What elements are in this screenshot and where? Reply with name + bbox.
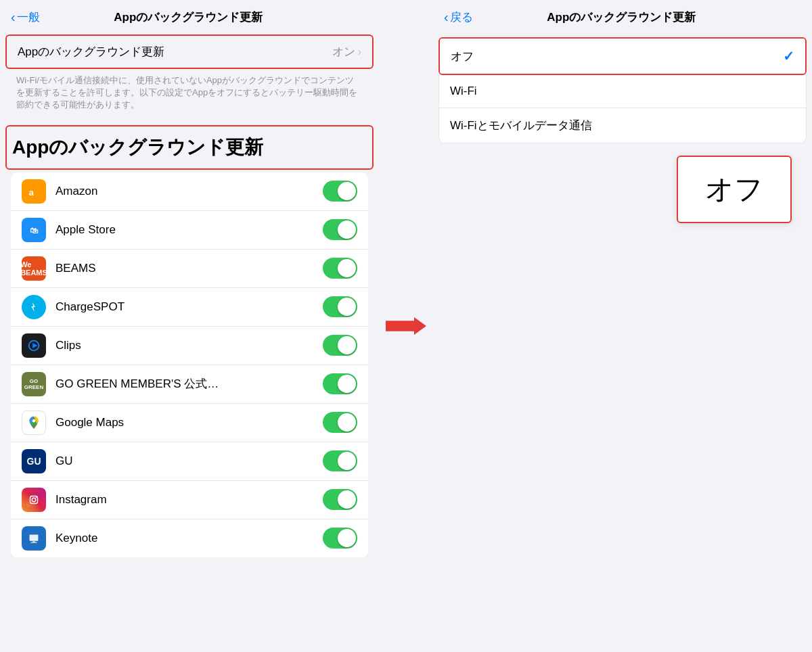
applestore-toggle[interactable] bbox=[323, 219, 357, 240]
chargespot-toggle[interactable] bbox=[323, 296, 357, 317]
gu-toggle[interactable] bbox=[323, 450, 357, 471]
right-back-label: 戻る bbox=[450, 9, 473, 25]
left-nav-bar: ‹ 一般 Appのバックグラウンド更新 bbox=[0, 0, 379, 32]
option-highlight-box: オフ ✓ bbox=[438, 37, 807, 75]
svg-rect-10 bbox=[26, 492, 41, 507]
description-text: Wi-Fi/モバイル通信接続中に、使用されていないAppがバックグラウンドでコン… bbox=[5, 69, 374, 120]
svg-text:a: a bbox=[29, 187, 35, 197]
section-header-text: Appのバックグラウンド更新 bbox=[12, 128, 367, 167]
right-nav-title: Appのバックグラウンド更新 bbox=[476, 9, 767, 25]
app-row-applestore[interactable]: 🛍 Apple Store bbox=[11, 211, 368, 250]
clips-label: Clips bbox=[55, 339, 323, 352]
beams-icon: WeBEAMS bbox=[22, 256, 46, 281]
left-back-label: 一般 bbox=[17, 9, 40, 25]
gogreen-toggle[interactable] bbox=[323, 373, 357, 394]
arrow-container bbox=[379, 317, 433, 335]
googlemaps-icon bbox=[22, 411, 46, 435]
chargespot-label: ChargeSPOT bbox=[55, 300, 323, 314]
amazon-toggle[interactable] bbox=[323, 181, 357, 202]
right-panel: ‹ 戻る Appのバックグラウンド更新 オフ ✓ Wi-Fi Wi-Fiとモバイ… bbox=[433, 0, 812, 652]
bg-refresh-value: オン bbox=[332, 44, 355, 60]
left-back-button[interactable]: ‹ 一般 bbox=[11, 9, 40, 25]
gu-icon: GU bbox=[22, 449, 46, 473]
app-row-amazon[interactable]: a Amazon bbox=[11, 172, 368, 211]
svg-point-9 bbox=[32, 419, 36, 423]
amazon-label: Amazon bbox=[55, 185, 323, 198]
app-row-keynote[interactable]: Keynote bbox=[11, 519, 368, 557]
svg-point-13 bbox=[36, 496, 37, 498]
right-back-button[interactable]: ‹ 戻る bbox=[444, 9, 473, 25]
left-chevron-icon: ‹ bbox=[11, 9, 16, 25]
option-row-wifi[interactable]: Wi-Fi bbox=[439, 75, 806, 108]
options-rest: Wi-Fi Wi-Fiとモバイルデータ通信 bbox=[438, 75, 807, 143]
background-refresh-row[interactable]: Appのバックグラウンド更新 オン › bbox=[7, 36, 372, 68]
right-nav-bar: ‹ 戻る Appのバックグラウンド更新 bbox=[433, 0, 812, 32]
right-chevron-icon: ‹ bbox=[444, 9, 449, 25]
app-row-instagram[interactable]: Instagram bbox=[11, 481, 368, 519]
option-row-off[interactable]: オフ ✓ bbox=[440, 39, 805, 74]
app-row-gogreen[interactable]: GOGREEN GO GREEN MEMBER'S 公式… bbox=[11, 365, 368, 404]
app-row-chargespot[interactable]: ChargeSPOT bbox=[11, 288, 368, 327]
googlemaps-toggle[interactable] bbox=[323, 412, 357, 433]
chargespot-icon bbox=[22, 295, 46, 319]
bg-refresh-label: Appのバックグラウンド更新 bbox=[18, 44, 332, 60]
callout-text: オフ bbox=[705, 173, 763, 205]
keynote-icon bbox=[22, 526, 46, 551]
instagram-label: Instagram bbox=[55, 493, 323, 507]
app-row-googlemaps[interactable]: Google Maps bbox=[11, 404, 368, 442]
app-row-gu[interactable]: GU GU bbox=[11, 442, 368, 481]
section-header-highlight: Appのバックグラウンド更新 bbox=[5, 125, 374, 170]
amazon-icon: a bbox=[22, 179, 46, 204]
app-row-beams[interactable]: WeBEAMS BEAMS bbox=[11, 250, 368, 288]
instagram-icon bbox=[22, 488, 46, 512]
svg-text:🛍: 🛍 bbox=[30, 225, 39, 235]
app-list: a Amazon 🛍 Apple Store WeBEAMS bbox=[0, 172, 379, 557]
bg-refresh-chevron: › bbox=[358, 46, 361, 58]
clips-toggle[interactable] bbox=[323, 335, 357, 356]
checkmark-icon: ✓ bbox=[783, 48, 794, 64]
option-wifi-mobile-label: Wi-Fiとモバイルデータ通信 bbox=[450, 118, 795, 133]
gogreen-icon: GOGREEN bbox=[22, 372, 46, 396]
svg-rect-17 bbox=[30, 542, 37, 542]
applestore-label: Apple Store bbox=[55, 223, 323, 237]
keynote-label: Keynote bbox=[55, 532, 323, 545]
googlemaps-label: Google Maps bbox=[55, 416, 323, 429]
clips-icon bbox=[22, 333, 46, 358]
gogreen-label: GO GREEN MEMBER'S 公式… bbox=[55, 376, 323, 392]
beams-label: BEAMS bbox=[55, 262, 323, 275]
app-row-clips[interactable]: Clips bbox=[11, 327, 368, 365]
left-nav-title: Appのバックグラウンド更新 bbox=[43, 9, 334, 25]
option-off-label: オフ bbox=[451, 49, 783, 64]
left-panel: ‹ 一般 Appのバックグラウンド更新 Appのバックグラウンド更新 オン › … bbox=[0, 0, 379, 652]
arrow-icon bbox=[386, 317, 426, 335]
top-highlight-box: Appのバックグラウンド更新 オン › bbox=[5, 34, 374, 69]
beams-toggle[interactable] bbox=[323, 258, 357, 279]
keynote-toggle[interactable] bbox=[323, 528, 357, 549]
option-row-wifi-mobile[interactable]: Wi-Fiとモバイルデータ通信 bbox=[439, 108, 806, 143]
callout-box: オフ bbox=[677, 156, 792, 223]
applestore-icon: 🛍 bbox=[22, 218, 46, 242]
gu-label: GU bbox=[55, 455, 323, 468]
instagram-toggle[interactable] bbox=[323, 489, 357, 510]
option-wifi-label: Wi-Fi bbox=[450, 85, 795, 98]
svg-rect-15 bbox=[30, 534, 39, 540]
